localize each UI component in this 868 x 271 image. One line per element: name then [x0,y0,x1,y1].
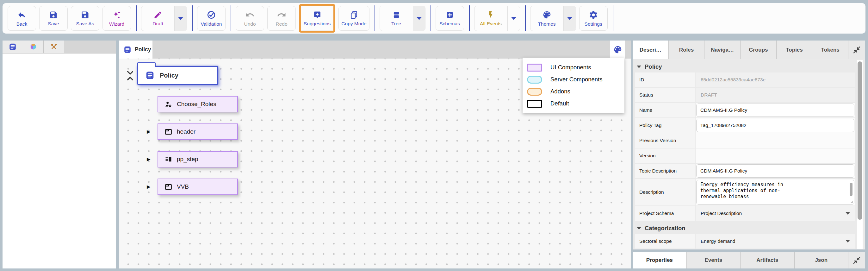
text-input[interactable]: CDM AMS-II.G Policy [696,103,855,117]
left-components-panel [3,40,116,268]
document-icon [145,70,155,80]
block-node-Choose_Roles[interactable]: Choose_Roles [158,96,238,112]
inspector-collapse-button[interactable] [848,40,865,59]
canvas-tab-policy[interactable]: Policy [119,40,152,59]
inspector-tab-roles[interactable]: Roles [669,40,705,59]
validation-button[interactable]: Validation [197,6,225,31]
text-input[interactable]: Tag_1708982752082 [696,119,855,132]
legend-item: UI Components [523,61,624,73]
save-button[interactable]: Save [39,6,68,31]
toolbar-separator [613,5,613,31]
cube-icon [29,43,37,51]
dock-collapse-button[interactable] [848,252,865,268]
themes-button-dropdown[interactable] [563,6,576,31]
chevron-down-icon [416,17,422,20]
legend-swatch [527,100,542,108]
save-as-button[interactable]: Save As [71,6,99,31]
dock-tab-json[interactable]: Json [795,252,849,268]
themes-button-main[interactable]: Themes [530,6,563,31]
property-row-name: NameCDM AMS-II.G Policy [635,103,855,117]
resize-handle[interactable] [850,200,853,203]
save-as-button-label: Save As [76,21,94,27]
property-value-empty[interactable] [695,133,855,148]
inspector-tab-groups[interactable]: Groups [741,40,777,59]
draft-button[interactable]: Draft [141,6,187,31]
rail-tab-blocks[interactable] [3,40,23,53]
select-field[interactable]: Energy demand [695,234,855,248]
wizard-button-label: Wizard [109,21,124,27]
draft-button-dropdown[interactable] [174,6,187,31]
legend-palette-button[interactable] [610,40,625,59]
suggestions-button[interactable]: Suggestions [301,6,333,31]
legend-label: Addons [550,88,570,95]
property-label: Topic Description [635,164,695,178]
legend-item: Default [523,97,624,110]
policy-canvas: Policy PolicyChoose_Roles▶header▶pp_step… [119,40,631,268]
inspector-tab-topics[interactable]: Topics [777,40,813,59]
policy-root-node[interactable]: Policy [137,66,218,85]
property-row-description: DescriptionEnergy efficiency measures in… [635,179,855,206]
expand-arrow-header[interactable]: ▶ [147,129,152,134]
chevron-down-icon [637,227,641,230]
inspector-tab-descri[interactable]: Descri… [633,40,669,59]
block-node-pp_step[interactable]: pp_step [158,151,238,168]
rail-tab-modules[interactable] [23,40,44,53]
back-button[interactable]: Back [8,6,36,31]
tree-button-label: Tree [391,21,401,27]
dock-tab-events[interactable]: Events [687,252,741,268]
themes-button[interactable]: Themes [530,6,576,31]
expand-arrow-pp_step[interactable]: ▶ [147,157,152,162]
draft-button-main[interactable]: Draft [142,6,174,31]
all-events-button-dropdown[interactable] [507,6,520,31]
property-value-empty[interactable] [695,149,855,163]
copy-mode-button[interactable]: Copy Mode [338,6,369,31]
textarea-scrollbar-thumb[interactable] [850,183,852,196]
select-field[interactable]: Project Description [695,206,855,221]
section-header-categorization[interactable]: Categorization [633,222,865,234]
description-textarea[interactable]: Energy efficiency measures in thermal ap… [696,180,855,205]
dock-tab-properties[interactable]: Properties [633,252,687,268]
dock-tab-artifacts[interactable]: Artifacts [741,252,795,268]
collapse-all-control[interactable] [125,69,135,84]
all-events-button-main[interactable]: All Events [474,6,507,31]
document-icon [123,46,132,54]
property-value-readonly: 65dd0212ac55839ca4ae673e [695,72,855,87]
chevron-down-icon [637,65,641,68]
section-header-policy[interactable]: Policy [633,61,865,72]
block-node-VVB[interactable]: VVB [158,179,238,195]
scrollbar-thumb[interactable] [858,61,862,220]
lightning-icon [487,10,495,19]
grid-icon [445,10,454,19]
schemas-button[interactable]: Schemas [436,6,464,31]
schemas-button-label: Schemas [439,21,460,27]
toolbar-separator [230,5,231,31]
property-value: CDM AMS-II.G Policy [695,103,855,117]
wizard-button[interactable]: Wizard [102,6,131,31]
undo-button[interactable]: Undo [236,6,264,31]
inspector-tab-naviga[interactable]: Naviga… [705,40,741,59]
chevron-down-icon [178,17,183,20]
document-icon [8,43,17,51]
settings-button[interactable]: Settings [579,6,608,31]
tree-button-dropdown[interactable] [413,6,425,31]
property-value-readonly: DRAFT [695,88,855,102]
all-events-button[interactable]: All Events [474,6,520,31]
inspector-tab-tokens[interactable]: Tokens [812,40,848,59]
undo-button-label: Undo [244,21,256,27]
rail-tab-tools[interactable] [44,40,64,53]
inspector-tabbar: Descri…RolesNaviga…GroupsTopicsTokens [633,40,865,59]
tree-button[interactable]: Tree [380,6,426,31]
expand-arrow-VVB[interactable]: ▶ [147,184,152,189]
redo-button[interactable]: Redo [267,6,296,31]
property-label: Policy Tag [635,118,695,133]
save-button-label: Save [48,21,59,27]
legend-label: Server Components [550,76,602,83]
inspector-scrollbar[interactable] [857,60,863,249]
block-node-header[interactable]: header [158,123,238,140]
legend-swatch [527,88,542,96]
block-node-label: pp_step [177,156,198,163]
redo-icon [277,10,286,20]
text-input[interactable]: CDM AMS-II.G Policy [696,164,855,178]
tree-button-main[interactable]: Tree [380,6,413,31]
chevron-down-icon [845,240,850,242]
